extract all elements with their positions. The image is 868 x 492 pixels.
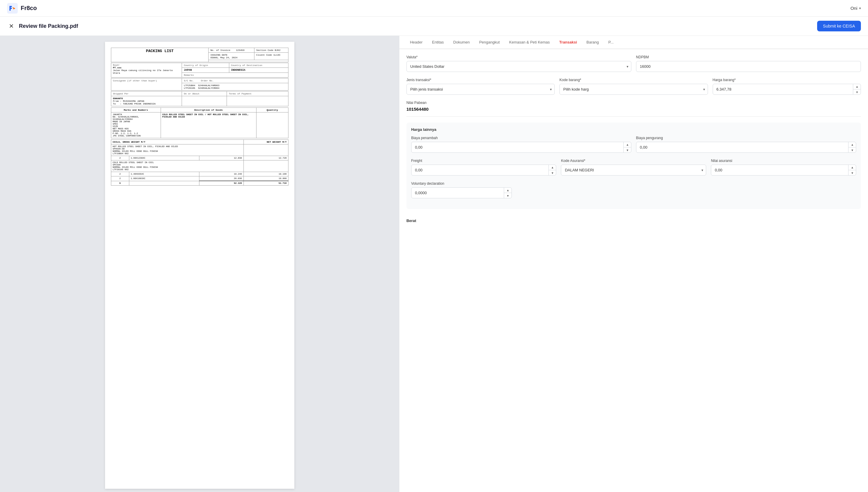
nilai-asuransi-wrapper: ▲ ▼ (711, 165, 856, 175)
voluntary-decrement-button[interactable]: ▼ (504, 193, 512, 198)
berat-section: Berat (406, 215, 861, 224)
user-name: Oni (850, 6, 857, 11)
svg-rect-0 (7, 3, 18, 14)
biaya-penambah-label: Biaya penambah (411, 136, 631, 140)
tab-header[interactable]: Header (405, 36, 427, 49)
jenis-transaksi-wrapper: Pilih jenis transaksi ▾ (406, 84, 555, 95)
nilai-pabean-value: 101564480 (406, 106, 861, 112)
harga-barang-wrapper: ▲ ▼ (713, 84, 861, 95)
voluntary-label: Voluntary declaration (411, 181, 512, 186)
harga-lainnya-section: Harga lainnya Biaya penambah ▲ ▼ (406, 123, 861, 209)
main-layout: PACKING LIST No. of Invoice 123456 Secti… (0, 36, 868, 492)
tab-transaksi[interactable]: Transaksi (554, 36, 582, 49)
biaya-penambah-increment-button[interactable]: ▲ (624, 142, 631, 147)
pdf-header-table: PACKING LIST No. of Invoice 123456 Secti… (111, 48, 288, 62)
tabs-bar: Header Entitas Dokumen Pengangkut Kemasa… (399, 36, 868, 49)
voluntary-wrapper: ▲ ▼ (411, 188, 512, 198)
jenis-kode-harga-row: Jenis transaksi* Pilih jenis transaksi ▾… (406, 78, 861, 95)
biaya-pengurang-group: Biaya pengurang ▲ ▼ (636, 136, 856, 153)
valuta-ndpbm-row: Valuta* United States Dollar ▾ NDPBM (406, 55, 861, 72)
close-button[interactable]: ✕ (7, 22, 16, 30)
form-panel: Header Entitas Dokumen Pengangkut Kemasa… (399, 36, 868, 492)
freight-increment-button[interactable]: ▲ (549, 165, 556, 170)
kode-asuransi-wrapper: DALAM NEGERI ▾ (561, 165, 706, 175)
tab-p[interactable]: P... (604, 36, 618, 49)
nilai-asuransi-spinners: ▲ ▼ (848, 165, 856, 175)
valuta-select-wrapper: United States Dollar ▾ (406, 61, 631, 72)
harga-barang-label: Harga barang* (713, 78, 861, 82)
freight-spinners: ▲ ▼ (549, 165, 556, 175)
jenis-transaksi-group: Jenis transaksi* Pilih jenis transaksi ▾ (406, 78, 555, 95)
freight-wrapper: ▲ ▼ (411, 165, 556, 175)
nilai-asuransi-input[interactable] (711, 165, 856, 175)
ndpbm-label: NDPBM (636, 55, 861, 59)
logo-area: Fr8co (7, 3, 37, 14)
pdf-document: PACKING LIST No. of Invoice 123456 Secti… (105, 42, 294, 489)
nilai-asuransi-group: Nilai asuransi ▲ ▼ (711, 159, 856, 175)
harga-barang-spinners: ▲ ▼ (853, 84, 861, 95)
freight-asuransi-row: Freight ▲ ▼ Kode Asuransi* (411, 159, 856, 175)
submit-ceisa-button[interactable]: Submit ke CEISA (817, 21, 861, 31)
kode-barang-label: Kode barang* (559, 78, 708, 82)
pdf-coils-table: COILS, GROSS WEIGHT M/T NET WEIGHT M/T H… (111, 140, 288, 186)
nilai-pabean-label: Nilai Pabean (406, 101, 861, 105)
ndpbm-input[interactable] (636, 61, 861, 72)
biaya-penambah-wrapper: ▲ ▼ (411, 142, 631, 153)
biaya-pengurang-input[interactable] (636, 142, 856, 153)
pdf-sc-table: Consignee (if other than buyer) S/C No. … (111, 78, 288, 91)
kode-asuransi-select[interactable]: DALAM NEGERI (561, 165, 706, 175)
logo-text: Fr8co (21, 5, 37, 11)
harga-barang-decrement-button[interactable]: ▼ (853, 90, 861, 95)
jenis-transaksi-select[interactable]: Pilih jenis transaksi (406, 84, 555, 95)
biaya-penambah-input[interactable] (411, 142, 631, 153)
biaya-row: Biaya penambah ▲ ▼ Biaya pengurang (411, 136, 856, 153)
valuta-group: Valuta* United States Dollar ▾ (406, 55, 631, 72)
top-navigation: Fr8co Oni ▾ (0, 0, 868, 17)
biaya-pengurang-wrapper: ▲ ▼ (636, 142, 856, 153)
user-menu[interactable]: Oni ▾ (850, 6, 861, 11)
pdf-buyer-table: Buyer PT.xxx Jalan Raya cakung cilincing… (111, 63, 288, 78)
pdf-goods-table: Marks and Numbers Description of Goods Q… (111, 107, 288, 138)
biaya-penambah-decrement-button[interactable]: ▼ (624, 147, 631, 153)
voluntary-input[interactable] (411, 188, 512, 198)
kode-barang-select[interactable]: Pilih kode harg (559, 84, 708, 95)
voluntary-spinners: ▲ ▼ (504, 188, 512, 198)
biaya-penambah-spinners: ▲ ▼ (623, 142, 631, 153)
transaksi-form: Valuta* United States Dollar ▾ NDPBM (399, 49, 868, 492)
pdf-preview-panel: PACKING LIST No. of Invoice 123456 Secti… (0, 36, 399, 492)
berat-title: Berat (406, 215, 861, 224)
harga-barang-increment-button[interactable]: ▲ (853, 84, 861, 90)
kode-asuransi-group: Kode Asuransi* DALAM NEGERI ▾ (561, 159, 706, 175)
harga-barang-input[interactable] (713, 84, 861, 95)
tab-dokumen[interactable]: Dokumen (448, 36, 475, 49)
subheader-left: ✕ Review file Packing.pdf (7, 22, 78, 30)
tab-kemasan[interactable]: Kemasan & Peti Kemas (504, 36, 554, 49)
page-title: Review file Packing.pdf (19, 23, 78, 29)
tab-entitas[interactable]: Entitas (427, 36, 448, 49)
user-menu-chevron-icon: ▾ (859, 6, 861, 10)
kode-barang-wrapper: Pilih kode harg ▾ (559, 84, 708, 95)
valuta-select[interactable]: United States Dollar (406, 61, 631, 72)
freight-group: Freight ▲ ▼ (411, 159, 556, 175)
tab-barang[interactable]: Barang (582, 36, 604, 49)
biaya-pengurang-spinners: ▲ ▼ (848, 142, 856, 153)
nilai-asuransi-label: Nilai asuransi (711, 159, 856, 163)
freight-decrement-button[interactable]: ▼ (549, 170, 556, 175)
valuta-label: Valuta* (406, 55, 631, 59)
nilai-asuransi-increment-button[interactable]: ▲ (848, 165, 856, 170)
harga-lainnya-title: Harga lainnya (411, 127, 856, 132)
ndpbm-group: NDPBM (636, 55, 861, 72)
voluntary-increment-button[interactable]: ▲ (504, 188, 512, 193)
harga-barang-group: Harga barang* ▲ ▼ (713, 78, 861, 95)
freight-label: Freight (411, 159, 556, 163)
nilai-asuransi-decrement-button[interactable]: ▼ (848, 170, 856, 175)
voluntary-group: Voluntary declaration ▲ ▼ (411, 181, 512, 198)
biaya-pengurang-label: Biaya pengurang (636, 136, 856, 140)
freight-input[interactable] (411, 165, 556, 175)
kode-asuransi-label: Kode Asuransi* (561, 159, 706, 163)
biaya-pengurang-increment-button[interactable]: ▲ (848, 142, 856, 147)
kode-barang-group: Kode barang* Pilih kode harg ▾ (559, 78, 708, 95)
tab-pengangkut[interactable]: Pengangkut (475, 36, 504, 49)
nilai-pabean-section: Nilai Pabean 101564480 (406, 101, 861, 117)
biaya-pengurang-decrement-button[interactable]: ▼ (848, 147, 856, 153)
